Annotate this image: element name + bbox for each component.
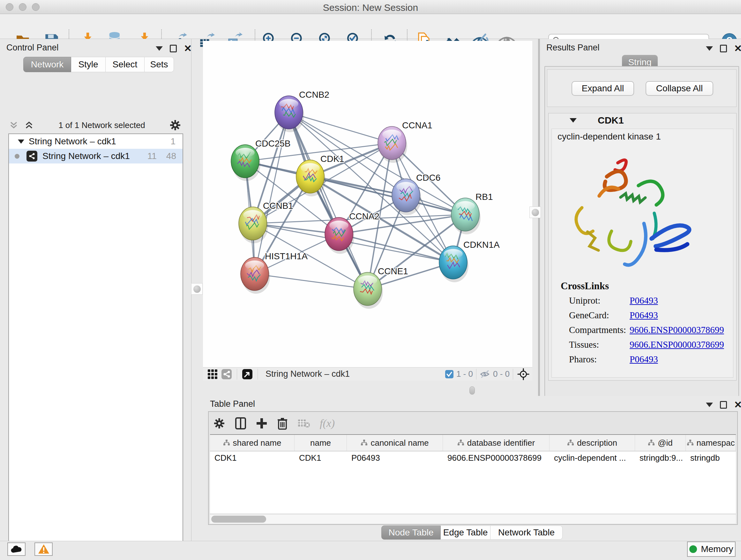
tab-select[interactable]: Select [106, 57, 145, 72]
network-node-HIST1H1A [241, 257, 270, 294]
selected-count: 1 - 0 [445, 369, 473, 379]
right-splitter-handle[interactable] [529, 206, 541, 218]
table-panel-float-icon[interactable] [720, 401, 727, 409]
svg-text:CDC6: CDC6 [416, 173, 441, 183]
crosslink-label: Compartments: [569, 325, 630, 335]
network-graph[interactable]: CCNB2CCNA1CDC25BCDK1CDC6RB1CCNB1CCNA2CDK… [203, 41, 532, 367]
crosslink-value-link[interactable]: 9606.ENSP00000378699 [630, 325, 724, 335]
control-panel-float-icon[interactable] [170, 45, 177, 52]
table-row[interactable]: CDK1CDK1P064939606.ENSP00000378699cyclin… [210, 451, 736, 464]
horizontal-splitter-handle[interactable] [469, 386, 475, 395]
hidden-count: 0 - 0 [480, 369, 510, 379]
collection-label: String Network – cdk1 [29, 136, 171, 146]
network-canvas[interactable]: CCNB2CCNA1CDC25BCDK1CDC6RB1CCNB1CCNA2CDK… [203, 41, 532, 367]
table-cell[interactable]: 9606.ENSP00000378699 [443, 451, 549, 464]
network-selection-status: 1 of 1 Network selected [35, 120, 169, 130]
table-cell[interactable]: CDK1 [294, 451, 347, 464]
table-panel: Table Panel ✕ [203, 396, 741, 541]
network-options-gear-icon[interactable] [169, 119, 181, 131]
birdseye-view-button[interactable] [240, 368, 254, 380]
table-horizontal-scrollbar[interactable] [210, 515, 736, 523]
warning-status-button[interactable] [35, 543, 53, 556]
column-header-canonical-name[interactable]: canonical name [347, 435, 443, 451]
column-type-icon [223, 439, 230, 446]
table-inner: f(x) shared namenamecanonical namedataba… [208, 411, 738, 525]
delete-table-icon [297, 418, 310, 428]
network-edge-count: 48 [166, 151, 176, 161]
tab-network-table[interactable]: Network Table [490, 525, 562, 540]
column-header-description[interactable]: description [549, 435, 635, 451]
left-splitter-handle[interactable] [191, 283, 203, 295]
collection-count: 1 [171, 136, 176, 146]
network-node-CCNB1 [239, 207, 268, 243]
column-header-shared-name[interactable]: shared name [210, 435, 294, 451]
tab-style[interactable]: Style [71, 57, 106, 72]
section-collapse-icon[interactable] [569, 118, 577, 123]
network-mode-button[interactable] [219, 368, 233, 380]
network-view-title: String Network – cdk1 [266, 369, 350, 379]
tab-network[interactable]: Network [23, 57, 71, 72]
collapse-all-button[interactable]: Collapse All [646, 81, 713, 96]
crosslink-label: GeneCard: [569, 310, 630, 320]
table-options-gear-icon[interactable] [213, 417, 225, 429]
crosslink-value-link[interactable]: 9606.ENSP00000378699 [630, 339, 724, 350]
tab-sets[interactable]: Sets [145, 57, 174, 72]
crosshair-icon [517, 368, 529, 380]
crosslink-row: Pharos:P06493 [552, 352, 733, 367]
column-header--id[interactable]: @id [635, 435, 686, 451]
control-panel-title: Control Panel [6, 43, 59, 53]
add-column-icon[interactable] [256, 418, 267, 429]
show-columns-icon[interactable] [235, 417, 246, 430]
selected-checkbox-icon[interactable] [445, 370, 454, 379]
memory-button[interactable]: Memory [687, 542, 736, 557]
network-node-CCNE1 [354, 272, 383, 309]
fit-selected-button[interactable] [516, 368, 530, 380]
table-cell[interactable]: stringdb [686, 451, 736, 464]
network-node-count: 11 [147, 151, 157, 161]
status-bar: Memory [0, 541, 741, 560]
crosslink-value-link[interactable]: P06493 [630, 354, 658, 365]
tab-edge-table[interactable]: Edge Table [441, 525, 490, 540]
collapse-all-icon[interactable] [8, 120, 19, 131]
table-cell[interactable]: stringdb:9... [635, 451, 686, 464]
control-panel-collapse-icon[interactable] [156, 46, 163, 51]
table-cell[interactable]: CDK1 [210, 451, 294, 464]
crosslink-value-link[interactable]: P06493 [630, 310, 658, 320]
delete-column-icon[interactable] [277, 417, 288, 430]
svg-text:CCNB1: CCNB1 [263, 201, 293, 211]
network-node-RB1 [451, 198, 481, 234]
network-collection-row[interactable]: String Network – cdk1 1 [9, 134, 183, 149]
grid-mode-button[interactable] [205, 368, 219, 380]
network-row-selected[interactable]: String Network – cdk1 11 48 [9, 149, 183, 164]
column-header-name[interactable]: name [294, 435, 347, 451]
tab-node-table[interactable]: Node Table [381, 525, 441, 540]
network-view-toolbar: String Network – cdk1 1 - 0 0 - 0 [203, 367, 532, 381]
table-panel-close-icon[interactable]: ✕ [734, 401, 741, 409]
table-cell[interactable]: P06493 [347, 451, 443, 464]
results-panel-close-icon[interactable]: ✕ [734, 45, 741, 52]
crosslink-row: GeneCard:P06493 [552, 308, 733, 322]
table-panel-collapse-icon[interactable] [706, 402, 713, 407]
hidden-eye-slash-icon[interactable] [480, 369, 490, 379]
function-builder-icon: f(x) [320, 417, 335, 429]
expand-all-button[interactable]: Expand All [571, 81, 634, 96]
crosslink-value-link[interactable]: P06493 [630, 295, 658, 306]
results-panel-float-icon[interactable] [720, 45, 727, 52]
control-panel-close-icon[interactable]: ✕ [184, 45, 192, 52]
table-panel-title: Table Panel [210, 399, 255, 409]
gene-name: CDK1 [598, 115, 624, 126]
cloud-status-button[interactable] [7, 543, 25, 556]
column-type-icon [457, 439, 464, 446]
svg-text:CCNA1: CCNA1 [402, 120, 432, 130]
results-panel-collapse-icon[interactable] [706, 46, 713, 51]
svg-text:CCNB2: CCNB2 [299, 90, 329, 100]
scrollbar-thumb[interactable] [211, 516, 266, 523]
column-type-icon [648, 439, 655, 446]
table-cell[interactable]: cyclin-dependent ... [549, 451, 635, 464]
tree-expand-icon[interactable] [18, 139, 24, 144]
column-header-namespac[interactable]: namespac [686, 435, 736, 451]
results-panel: Results Panel ✕ String Expand All Collap… [542, 39, 741, 396]
protein-structure-image [564, 145, 698, 276]
column-header-database-identifier[interactable]: database identifier [443, 435, 549, 451]
expand-all-icon[interactable] [23, 120, 35, 131]
